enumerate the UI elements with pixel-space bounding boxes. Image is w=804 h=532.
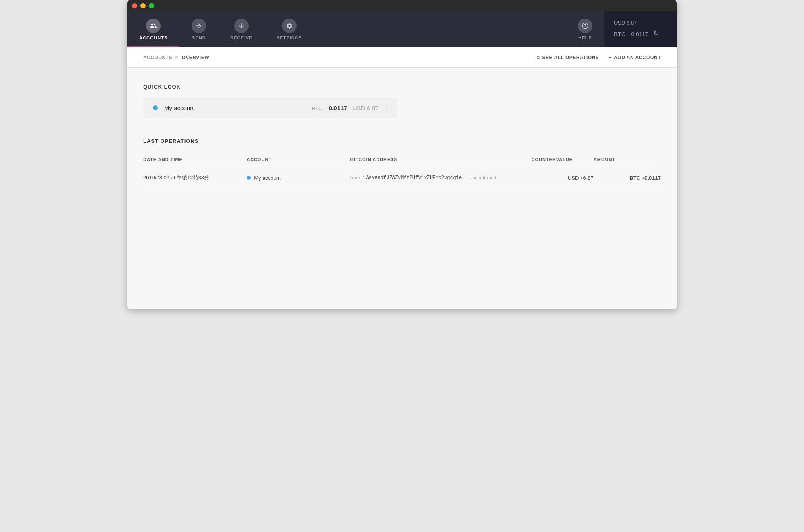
help-icon <box>578 19 592 33</box>
settings-icon <box>282 19 297 33</box>
col-header-address: BITCOIN ADDRESS <box>350 152 531 167</box>
navbar: ACCOUNTS SEND RECEIVE <box>127 11 677 47</box>
breadcrumb-root[interactable]: ACCOUNTS <box>143 55 172 60</box>
operations-header-row: DATE AND TIME ACCOUNT BITCOIN ADDRESS CO… <box>143 152 661 167</box>
account-btc: BTC 0.0117 <box>312 105 347 111</box>
accounts-label: ACCOUNTS <box>139 35 167 40</box>
op-account: My account <box>247 167 350 189</box>
refresh-icon[interactable]: ↻ <box>653 29 659 37</box>
breadcrumb-separator: > <box>175 55 179 60</box>
breadcrumb-current: OVERVIEW <box>182 55 209 60</box>
account-btc-value: 0.0117 <box>329 105 347 111</box>
breadcrumb-actions: ≡ SEE ALL OPERATIONS + ADD AN ACCOUNT <box>537 55 661 60</box>
send-icon <box>192 19 206 33</box>
list-icon: ≡ <box>537 55 540 60</box>
quick-look-title: QUICK LOOK <box>143 84 661 90</box>
account-name: My account <box>164 105 312 111</box>
col-header-countervalue: COUNTERVALUE <box>531 152 593 167</box>
table-row[interactable]: 2016/08/09 at 午後12時38分 My account from 1… <box>143 167 661 189</box>
last-operations-title: LAST OPERATIONS <box>143 138 661 144</box>
breadcrumb-bar: ACCOUNTS > OVERVIEW ≡ SEE ALL OPERATIONS… <box>127 47 677 68</box>
see-all-label: SEE ALL OPERATIONS <box>542 55 599 60</box>
main-content: QUICK LOOK My account BTC 0.0117 USD 6.8… <box>127 68 677 309</box>
op-account-name: My account <box>254 175 280 181</box>
receive-icon <box>234 19 249 33</box>
col-header-amount: AMOUNT <box>594 152 661 167</box>
nav-item-help[interactable]: HELP <box>566 19 604 40</box>
account-dot <box>153 105 158 110</box>
nav-item-accounts[interactable]: ACCOUNTS <box>127 11 179 47</box>
title-bar <box>127 0 677 11</box>
accounts-icon <box>146 19 161 33</box>
last-operations-section: LAST OPERATIONS DATE AND TIME ACCOUNT BI… <box>143 138 661 189</box>
nav-item-receive[interactable]: RECEIVE <box>218 11 264 47</box>
op-address-cell: from 1AavendfJZAZvMAt2UfV1xZUPmc2vgcg1e … <box>350 175 531 181</box>
op-date: 2016/08/09 at 午後12時38分 <box>143 167 247 189</box>
receive-label: RECEIVE <box>230 35 252 40</box>
balance-usd: USD 6.87 <box>614 20 637 26</box>
balance-btc: BTC 0.0117 <box>614 27 648 39</box>
nav-item-send[interactable]: SEND <box>179 11 218 47</box>
send-label: SEND <box>192 35 206 40</box>
add-account-label: ADD AN ACCOUNT <box>614 55 661 60</box>
balance-btc-prefix: BTC <box>614 31 625 37</box>
chevron-right-icon: › <box>385 104 387 111</box>
op-status: unconfirmed <box>470 175 496 181</box>
balance-btc-row: BTC 0.0117 ↻ <box>614 27 659 39</box>
balance-btc-value: 0.0117 <box>631 31 648 37</box>
col-header-date: DATE AND TIME <box>143 152 247 167</box>
account-usd: USD 6.87 <box>353 105 379 111</box>
nav-item-settings[interactable]: SETTINGS <box>265 11 314 47</box>
see-all-operations-button[interactable]: ≡ SEE ALL OPERATIONS <box>537 55 599 60</box>
close-button[interactable] <box>132 3 137 8</box>
plus-icon: + <box>608 55 612 60</box>
add-account-button[interactable]: + ADD AN ACCOUNT <box>608 55 661 60</box>
account-card[interactable]: My account BTC 0.0117 USD 6.87 › <box>143 98 397 118</box>
help-label: HELP <box>578 35 592 40</box>
quick-look-section: QUICK LOOK My account BTC 0.0117 USD 6.8… <box>143 84 661 118</box>
op-countervalue: USD +6.87 <box>531 167 593 189</box>
op-address-td: from 1AavendfJZAZvMAt2UfV1xZUPmc2vgcg1e … <box>350 167 531 189</box>
maximize-button[interactable] <box>149 3 154 8</box>
op-dot <box>247 176 251 180</box>
nav-items: ACCOUNTS SEND RECEIVE <box>127 11 604 47</box>
op-account-cell: My account <box>247 175 350 181</box>
breadcrumb: ACCOUNTS > OVERVIEW <box>143 55 209 60</box>
operations-table: DATE AND TIME ACCOUNT BITCOIN ADDRESS CO… <box>143 152 661 189</box>
minimize-button[interactable] <box>140 3 146 8</box>
settings-label: SETTINGS <box>277 35 302 40</box>
balance-area: USD 6.87 BTC 0.0117 ↻ <box>604 11 677 47</box>
col-header-account: ACCOUNT <box>247 152 350 167</box>
account-btc-prefix: BTC <box>312 105 322 111</box>
op-direction: from <box>350 175 360 181</box>
op-amount: BTC +0.0117 <box>594 167 661 189</box>
op-address: 1AavendfJZAZvMAt2UfV1xZUPmc2vgcg1e <box>363 175 462 181</box>
